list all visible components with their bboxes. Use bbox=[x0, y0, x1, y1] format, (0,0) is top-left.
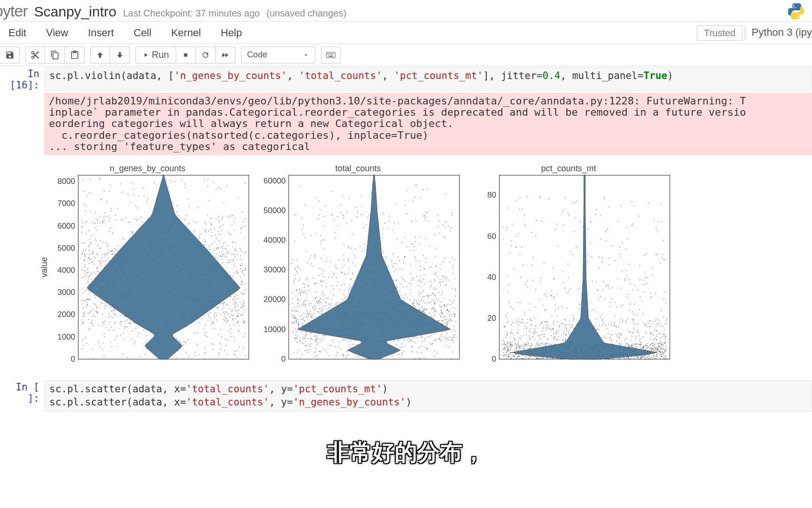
copy-button[interactable] bbox=[45, 47, 65, 64]
svg-point-3157 bbox=[367, 217, 368, 218]
save-button[interactable] bbox=[0, 47, 20, 64]
svg-point-4466 bbox=[553, 323, 554, 324]
svg-point-3809 bbox=[518, 350, 519, 351]
svg-point-4325 bbox=[652, 339, 653, 340]
svg-point-2920 bbox=[299, 278, 300, 279]
svg-point-637 bbox=[107, 246, 108, 247]
svg-point-3454 bbox=[507, 322, 508, 323]
svg-point-723 bbox=[215, 312, 216, 313]
svg-point-1302 bbox=[93, 358, 94, 359]
svg-point-1976 bbox=[452, 213, 453, 214]
svg-point-3325 bbox=[638, 289, 639, 290]
restart-button[interactable] bbox=[196, 47, 216, 64]
svg-point-3980 bbox=[645, 358, 646, 359]
command-palette-button[interactable] bbox=[321, 47, 341, 64]
svg-point-4035 bbox=[516, 350, 517, 351]
svg-point-3124 bbox=[443, 261, 444, 262]
paste-button[interactable] bbox=[65, 47, 85, 64]
svg-point-2494 bbox=[294, 323, 295, 324]
menu-insert[interactable]: Insert bbox=[88, 27, 114, 39]
svg-point-1186 bbox=[218, 308, 219, 309]
svg-point-4687 bbox=[533, 337, 534, 338]
svg-point-1728 bbox=[301, 354, 302, 355]
svg-point-4261 bbox=[580, 221, 581, 222]
menu-help[interactable]: Help bbox=[221, 27, 242, 39]
svg-point-12 bbox=[216, 315, 217, 316]
menu-edit[interactable]: Edit bbox=[8, 27, 26, 39]
svg-point-3055 bbox=[396, 279, 397, 280]
svg-rect-6 bbox=[331, 53, 332, 54]
svg-point-296 bbox=[208, 313, 209, 314]
trusted-badge[interactable]: Trusted bbox=[697, 25, 742, 41]
svg-point-3321 bbox=[657, 254, 658, 255]
svg-point-3912 bbox=[546, 327, 547, 328]
svg-point-3853 bbox=[513, 309, 514, 310]
svg-point-433 bbox=[183, 341, 184, 342]
svg-point-3212 bbox=[518, 344, 519, 345]
svg-point-581 bbox=[223, 254, 224, 255]
svg-point-2134 bbox=[445, 276, 446, 277]
svg-point-290 bbox=[156, 185, 156, 186]
svg-point-2406 bbox=[340, 349, 341, 350]
svg-point-2450 bbox=[439, 279, 440, 280]
notebook-name[interactable]: Scanpy_intro bbox=[34, 4, 117, 20]
svg-point-684 bbox=[232, 215, 233, 216]
svg-point-3377 bbox=[606, 230, 607, 231]
svg-rect-8 bbox=[328, 56, 333, 56]
cut-button[interactable] bbox=[25, 47, 45, 64]
move-up-button[interactable] bbox=[90, 47, 110, 64]
svg-point-1720 bbox=[427, 349, 428, 350]
output-warning: /home/jrlab2019/miniconda3/envs/geo/lib/… bbox=[44, 93, 812, 155]
svg-point-4778 bbox=[582, 226, 583, 227]
svg-point-3153 bbox=[393, 254, 394, 254]
svg-point-571 bbox=[208, 316, 209, 317]
svg-point-1132 bbox=[94, 263, 95, 264]
svg-point-1479 bbox=[223, 306, 224, 307]
interrupt-button[interactable] bbox=[176, 47, 196, 64]
svg-point-3844 bbox=[659, 343, 660, 344]
svg-point-4240 bbox=[630, 357, 631, 358]
svg-point-2153 bbox=[455, 308, 456, 309]
code-input[interactable]: sc.pl.scatter(adata, x='total_counts', y… bbox=[44, 380, 812, 412]
svg-point-4581 bbox=[568, 263, 569, 264]
svg-point-1230 bbox=[211, 243, 212, 244]
svg-point-596 bbox=[103, 241, 104, 242]
svg-point-3136 bbox=[436, 339, 437, 340]
svg-point-1203 bbox=[208, 200, 209, 201]
svg-point-1729 bbox=[307, 278, 308, 279]
svg-point-1283 bbox=[227, 216, 228, 217]
svg-point-3505 bbox=[511, 330, 512, 331]
svg-point-241 bbox=[221, 225, 222, 226]
cell-type-select[interactable]: Code bbox=[241, 47, 315, 64]
svg-point-677 bbox=[87, 303, 88, 304]
svg-point-4452 bbox=[642, 356, 643, 357]
svg-point-1468 bbox=[227, 252, 228, 253]
svg-point-4516 bbox=[536, 220, 537, 221]
svg-point-1950 bbox=[298, 350, 299, 351]
fast-forward-button[interactable] bbox=[216, 47, 235, 64]
svg-point-3586 bbox=[524, 214, 525, 215]
menu-cell[interactable]: Cell bbox=[133, 27, 151, 39]
code-cell-next[interactable]: In [ ]: sc.pl.scatter(adata, x='total_co… bbox=[0, 379, 812, 413]
move-down-button[interactable] bbox=[110, 47, 130, 64]
svg-point-4205 bbox=[506, 230, 507, 230]
svg-point-745 bbox=[90, 242, 91, 243]
kernel-name-label[interactable]: Python 3 (ipy bbox=[745, 26, 812, 39]
svg-point-2556 bbox=[414, 300, 415, 301]
svg-point-3754 bbox=[557, 245, 558, 246]
code-input[interactable]: sc.pl.violin(adata, ['n_genes_by_counts'… bbox=[44, 67, 812, 91]
menu-view[interactable]: View bbox=[46, 27, 68, 39]
code-cell-16[interactable]: In [16]: sc.pl.violin(adata, ['n_genes_b… bbox=[0, 66, 812, 92]
svg-point-2037 bbox=[423, 310, 424, 311]
svg-point-2264 bbox=[319, 312, 320, 313]
run-button[interactable]: Run bbox=[135, 47, 176, 64]
svg-point-1315 bbox=[185, 341, 186, 342]
svg-point-611 bbox=[233, 259, 234, 260]
svg-point-4164 bbox=[612, 334, 613, 335]
svg-point-4754 bbox=[664, 338, 665, 339]
svg-point-2183 bbox=[308, 316, 309, 317]
svg-point-1742 bbox=[303, 343, 304, 344]
svg-point-2103 bbox=[328, 307, 329, 308]
menu-kernel[interactable]: Kernel bbox=[171, 27, 201, 39]
svg-point-2298 bbox=[386, 257, 387, 258]
